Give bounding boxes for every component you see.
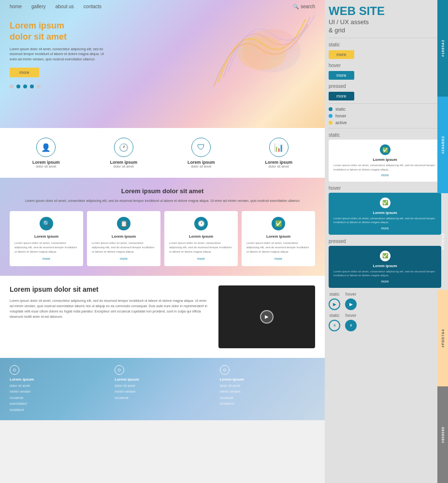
rp-title: WEB SITE: [329, 5, 441, 17]
card-2: 📋 Lorem ipsum Lorem ipsum dolor sit amet…: [87, 211, 160, 266]
rp-card-hover: ✅ Lorem ipsum Lorem ipsum dolor sit amet…: [329, 193, 441, 235]
color-block-1: #1685A3: [437, 0, 448, 97]
footer-link[interactable]: occaecat: [220, 395, 315, 401]
hero-dot-3[interactable]: [23, 85, 27, 88]
feature-sub-1: dolor sit amet: [10, 165, 83, 168]
video-player-area: ▶: [218, 285, 315, 348]
card-more-3[interactable]: more: [169, 257, 233, 260]
hero-dot-2[interactable]: [16, 85, 20, 88]
feature-item-3: 🛡 Lorem ipsum dolor sit amet: [165, 138, 238, 168]
rp-play-hover: hover ▶: [345, 292, 357, 310]
hero-dot-4[interactable]: [30, 85, 34, 88]
dot-static-label: static: [335, 107, 346, 112]
video-section: Lorem ipsum dolor sit amet Lorem ipsum d…: [0, 276, 325, 358]
feature-icon-1: 👤: [36, 138, 56, 157]
rp-dots-active: active: [329, 120, 441, 125]
rp-card-more-hover[interactable]: more: [333, 227, 436, 230]
footer-link[interactable]: dolor sit amet: [115, 383, 210, 389]
footer-link[interactable]: minim veniam: [10, 389, 105, 395]
nav-about[interactable]: about us: [55, 4, 73, 9]
rp-static-button[interactable]: more: [329, 50, 354, 59]
divider-2: [329, 103, 441, 104]
rp-pause-hover-label: hover: [345, 313, 357, 318]
rp-card-hover-label: hover: [329, 185, 441, 191]
video-player[interactable]: ▶: [218, 285, 315, 348]
right-inner: WEB SITE UI / UX assets & grid static mo…: [329, 5, 441, 331]
rp-media-row-pause: static ⏸ hover ⏸: [329, 313, 441, 331]
rp-pause-btn-hover[interactable]: ⏸: [345, 320, 357, 331]
right-panel-wrapper: WEB SITE UI / UX assets & grid static mo…: [325, 0, 448, 483]
video-body-text: Lorem ipsum dolor sit amet, consectetur …: [10, 298, 211, 320]
footer-links-2: dolor sit amet minim veniam occaecat: [115, 383, 210, 401]
nav-gallery[interactable]: gallery: [31, 4, 45, 9]
rp-hover-label: hover: [329, 63, 441, 68]
card-1: 🔍 Lorem ipsum Lorem ipsum dolor sit amet…: [10, 211, 83, 266]
footer-link[interactable]: dolor sit amet: [10, 383, 105, 389]
rp-card-title-static: Lorem ipsum: [333, 157, 436, 162]
feature-sub-2: dolor sit amet: [87, 165, 160, 168]
card-more-4[interactable]: more: [246, 257, 310, 260]
rp-card-text-pressed: Lorem ipsum dolor sit amet, consectetur …: [333, 270, 436, 278]
search-icon: 🔍: [293, 4, 299, 9]
rp-dots-hover: hover: [329, 114, 441, 118]
color-label-3: #FFAIA8: [441, 233, 445, 250]
play-button[interactable]: ▶: [260, 310, 274, 324]
rp-card-icon-static: ✅: [380, 144, 390, 155]
rp-card-more-pressed[interactable]: more: [333, 280, 436, 283]
card-text-1: Lorem ipsum dolor sit amet, consectetur …: [14, 241, 78, 254]
cards-section-title: Lorem ipsum dolor sit amet: [10, 187, 315, 195]
footer-link[interactable]: minim veniam: [220, 389, 315, 395]
feature-icon-3: 🛡: [191, 138, 211, 157]
rp-play-btn-hover[interactable]: ▶: [345, 298, 357, 310]
rp-pressed-button[interactable]: more: [329, 92, 354, 100]
rp-card-title-pressed: Lorem ipsum: [333, 264, 436, 268]
color-label-2: #29ABE2: [441, 136, 445, 154]
video-text-area: Lorem ipsum dolor sit amet Lorem ipsum d…: [10, 285, 211, 348]
rp-subtitle: UI / UX assets & grid: [329, 18, 441, 35]
card-more-2[interactable]: more: [92, 257, 156, 260]
rp-card-static-label: static: [329, 132, 441, 138]
feature-title-3: Lorem ipsum: [165, 160, 238, 165]
features-section: 👤 Lorem ipsum dolor sit amet 🕐 Lorem ips…: [0, 128, 325, 178]
video-title: Lorem ipsum dolor sit amet: [10, 285, 211, 293]
rp-pause-btn-static[interactable]: ⏸: [329, 320, 340, 331]
feature-sub-4: dolor sit amet: [243, 165, 316, 168]
search-label: search: [301, 4, 315, 9]
footer-link[interactable]: minim veniam: [115, 389, 210, 395]
rp-card-icon-hover: ✅: [380, 198, 390, 208]
feature-item-2: 🕐 Lorem ipsum dolor sit amet: [87, 138, 160, 168]
right-panel: WEB SITE UI / UX assets & grid static mo…: [325, 0, 448, 483]
hero-body-text: Lorem ipsum dolor sit amet, consectetur …: [10, 47, 106, 62]
rp-card-more-static[interactable]: more: [333, 173, 436, 177]
feature-item-1: 👤 Lorem ipsum dolor sit amet: [10, 138, 83, 168]
footer-col-2: ⊙ Lorem ipsum dolor sit amet minim venia…: [115, 365, 210, 413]
card-more-1[interactable]: more: [14, 257, 78, 260]
card-text-4: Lorem ipsum dolor sit amet, consectetur …: [246, 241, 310, 254]
hero-dot-5[interactable]: [37, 85, 41, 88]
footer-link[interactable]: occaecat: [115, 395, 210, 401]
dot-hover: [329, 114, 332, 118]
footer-link[interactable]: occaecat: [10, 395, 105, 401]
rp-hover-button[interactable]: more: [329, 71, 354, 80]
nav-home[interactable]: home: [10, 4, 22, 9]
rp-play-static-label: static: [329, 292, 340, 297]
dot-active: [329, 121, 332, 125]
nav-contacts[interactable]: contacts: [84, 4, 101, 9]
hero-nav: home gallery about us contacts 🔍 search: [0, 0, 325, 13]
footer-link[interactable]: dolor sit amet: [220, 383, 315, 389]
hero-dot-1[interactable]: [10, 85, 14, 88]
card-text-2: Lorem ipsum dolor sit amet, consectetur …: [92, 241, 156, 254]
footer-title-2: Lorem ipsum: [115, 377, 210, 382]
color-block-5: #808080: [437, 386, 448, 483]
rp-play-btn-static[interactable]: ▶: [329, 298, 340, 310]
footer-col-3: ⊙ Lorem ipsum dolor sit amet minim venia…: [220, 365, 315, 413]
card-4: ✅ Lorem ipsum Lorem ipsum dolor sit amet…: [242, 211, 315, 266]
main-content: home gallery about us contacts 🔍 search: [0, 0, 325, 483]
cards-section-text: Lorem ipsum dolor sit amet, consectetur …: [10, 199, 315, 204]
footer-link[interactable]: incididunt: [220, 401, 315, 407]
rp-card-static: ✅ Lorem ipsum Lorem ipsum dolor sit amet…: [329, 140, 441, 182]
footer-links-1: dolor sit amet minim veniam occaecat exe…: [10, 383, 105, 413]
hero-more-button[interactable]: more: [10, 68, 39, 77]
footer-link[interactable]: exercitation: [10, 401, 105, 407]
footer-link[interactable]: incididunt: [10, 407, 105, 413]
